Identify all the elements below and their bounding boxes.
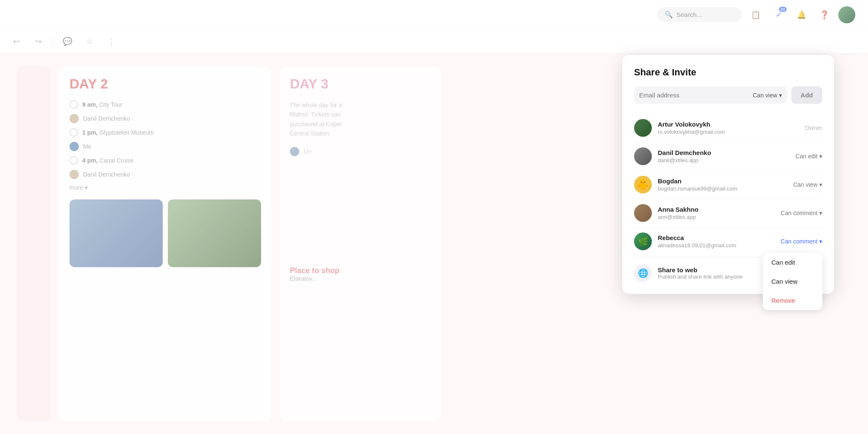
user-name-artur: Artur Volokovykh bbox=[658, 121, 799, 128]
user-row-anna: Anna Sakhno ann@xtiles.app Can comment ▾ bbox=[634, 199, 822, 227]
user-name-bogdan: Bogdan bbox=[658, 177, 787, 185]
user-info-danil: Danil Demchenko danil@xtiles.app bbox=[658, 149, 790, 163]
chevron-down-icon-anna: ▾ bbox=[819, 210, 822, 216]
user-role-bogdan[interactable]: Can view ▾ bbox=[793, 181, 822, 188]
dropdown-can-edit[interactable]: Can edit bbox=[763, 253, 822, 272]
dropdown-remove[interactable]: Remove bbox=[763, 291, 822, 310]
user-email-rebecca: alinadessa18.09.01@gmail.com bbox=[658, 242, 775, 249]
email-input[interactable] bbox=[639, 86, 749, 104]
user-email-artur: rs.volokovykha@gmail.com bbox=[658, 129, 799, 135]
user-info-rebecca: Rebecca alinadessa18.09.01@gmail.com bbox=[658, 234, 775, 249]
user-email-anna: ann@xtiles.app bbox=[658, 214, 775, 220]
dropdown-can-view[interactable]: Can view bbox=[763, 272, 822, 291]
user-role-rebecca[interactable]: Can comment ▾ bbox=[781, 238, 822, 245]
user-row-danil: Danil Demchenko danil@xtiles.app Can edi… bbox=[634, 142, 822, 171]
share-modal: Share & Invite Can view ▾ Add Artur Volo… bbox=[622, 55, 834, 294]
role-label-danil: Can edit bbox=[796, 153, 818, 160]
add-button[interactable]: Add bbox=[791, 86, 822, 104]
user-list: Artur Volokovykh rs.volokovykha@gmail.co… bbox=[634, 114, 822, 255]
user-row-rebecca: 🌿 Rebecca alinadessa18.09.01@gmail.com C… bbox=[634, 227, 822, 255]
user-name-anna: Anna Sakhno bbox=[658, 206, 775, 213]
user-email-danil: danil@xtiles.app bbox=[658, 157, 790, 163]
user-name-danil: Danil Demchenko bbox=[658, 149, 790, 156]
user-row-bogdan: 🐥 Bogdan bogdan.romaniuk99@gmail.com Can… bbox=[634, 171, 822, 199]
chevron-down-icon: ▾ bbox=[779, 92, 782, 99]
user-role-artur: Owner bbox=[805, 124, 822, 131]
permission-dropdown[interactable]: Can view ▾ bbox=[753, 92, 782, 99]
role-label-rebecca: Can comment bbox=[781, 238, 818, 245]
avatar-anna bbox=[634, 204, 652, 222]
user-info-artur: Artur Volokovykh rs.volokovykha@gmail.co… bbox=[658, 121, 799, 135]
modal-title: Share & Invite bbox=[634, 67, 822, 78]
user-role-danil[interactable]: Can edit ▾ bbox=[796, 153, 822, 160]
permission-label: Can view bbox=[753, 92, 777, 99]
role-label-bogdan: Can view bbox=[793, 181, 818, 188]
user-role-anna[interactable]: Can comment ▾ bbox=[781, 210, 822, 216]
email-input-wrap[interactable]: Can view ▾ bbox=[634, 86, 787, 104]
chevron-down-icon-danil: ▾ bbox=[819, 153, 822, 160]
role-dropdown-rebecca: Can edit Can view Remove bbox=[763, 253, 822, 310]
chevron-down-icon-bogdan: ▾ bbox=[819, 181, 822, 188]
invite-row: Can view ▾ Add bbox=[634, 86, 822, 104]
avatar-artur bbox=[634, 119, 652, 137]
user-email-bogdan: bogdan.romaniuk99@gmail.com bbox=[658, 185, 787, 192]
user-info-anna: Anna Sakhno ann@xtiles.app bbox=[658, 206, 775, 220]
avatar-danil bbox=[634, 147, 652, 165]
role-label-anna: Can comment bbox=[781, 210, 818, 216]
avatar-bogdan: 🐥 bbox=[634, 176, 652, 194]
chevron-down-icon-rebecca: ▾ bbox=[819, 238, 822, 245]
user-info-bogdan: Bogdan bogdan.romaniuk99@gmail.com bbox=[658, 177, 787, 192]
avatar-rebecca: 🌿 bbox=[634, 232, 652, 250]
user-name-rebecca: Rebecca bbox=[658, 234, 775, 241]
user-row-artur: Artur Volokovykh rs.volokovykha@gmail.co… bbox=[634, 114, 822, 142]
globe-icon: 🌐 bbox=[634, 264, 652, 282]
